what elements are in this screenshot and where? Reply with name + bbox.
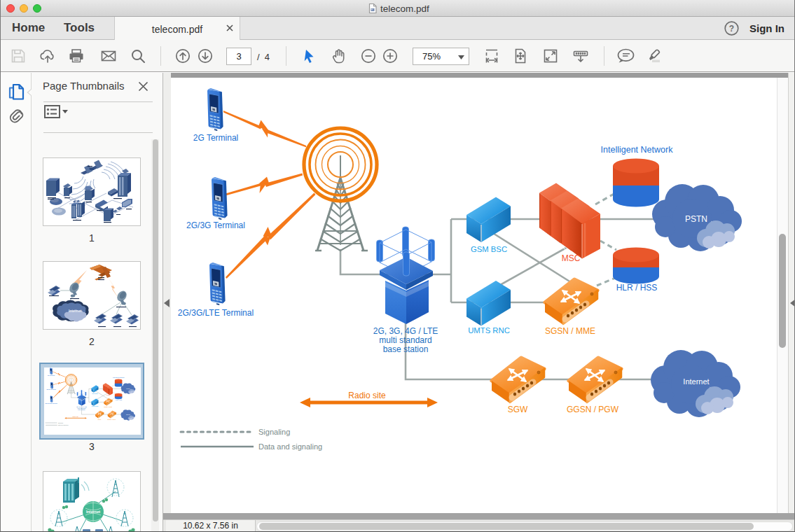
svg-text:Internet: Internet — [86, 510, 100, 514]
svg-text:?: ? — [729, 24, 734, 34]
svg-text:Internet: Internet — [69, 309, 82, 313]
